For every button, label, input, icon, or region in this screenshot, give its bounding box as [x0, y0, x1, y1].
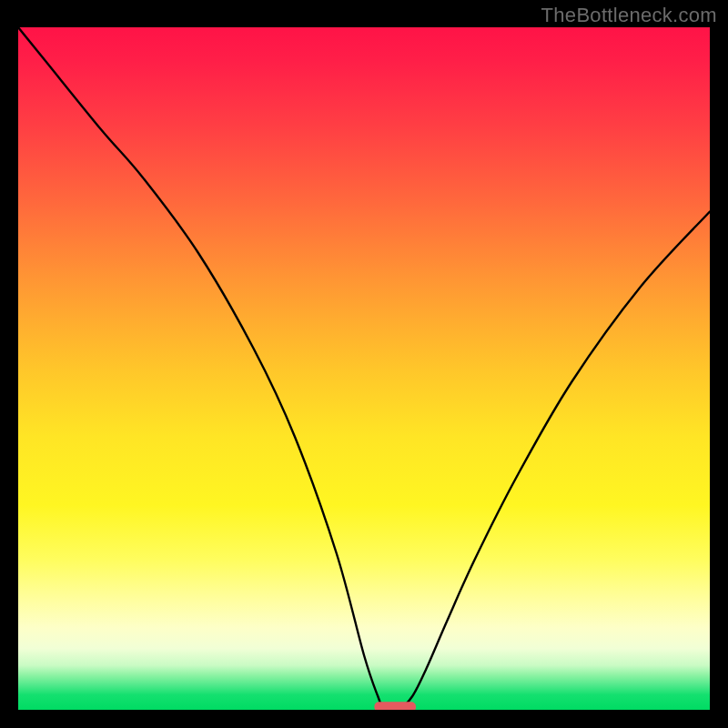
bottleneck-curve — [18, 27, 710, 710]
optimal-range-marker — [374, 702, 416, 710]
chart-frame: TheBottleneck.com — [0, 0, 728, 728]
watermark-text: TheBottleneck.com — [541, 4, 717, 27]
chart-svg — [18, 27, 710, 710]
plot-area — [18, 27, 710, 710]
